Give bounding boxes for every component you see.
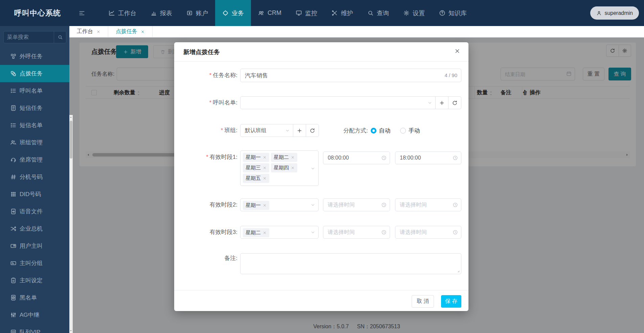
period1-end-input[interactable] (395, 152, 461, 164)
refresh-team-button[interactable] (306, 124, 319, 137)
sidebar-item-label: 外呼任务 (20, 52, 43, 60)
period3-label: 有效时段3: (174, 226, 237, 239)
sidebar-item-label: 黑名单 (20, 294, 37, 302)
day-tag-label: 星期一 (246, 154, 261, 161)
tag-remove-icon[interactable] (263, 176, 267, 180)
tag-remove-icon[interactable] (291, 156, 295, 159)
tag-remove-icon[interactable] (263, 231, 267, 235)
add-team-button[interactable] (293, 124, 306, 137)
nav-item-label: 查询 (377, 9, 389, 17)
crm-icon (258, 10, 264, 16)
period1-days-select[interactable]: 星期一 星期二 星期三 星期四 (240, 150, 319, 186)
scrollbar-thumb[interactable] (70, 121, 72, 159)
nav-item[interactable]: 维护 (324, 0, 360, 26)
nav-item[interactable]: 查询 (360, 0, 396, 26)
report-icon (151, 10, 157, 16)
sidebar-item[interactable]: 短信任务 (0, 99, 69, 117)
nav-item[interactable]: 知识库 (432, 0, 474, 26)
assign-mode-radio[interactable]: 手动 (400, 127, 420, 135)
period3-end-input[interactable] (395, 226, 461, 238)
sidebar-item[interactable]: 短信名单 (0, 117, 69, 134)
nav-item[interactable]: 账户 (179, 0, 215, 26)
sidebar-item[interactable]: AG中继 (0, 306, 69, 324)
user-menu[interactable]: superadmin (590, 6, 639, 20)
sidebar-item[interactable]: DID号码 (0, 186, 69, 203)
sidebar-item[interactable]: 分机号码 (0, 168, 69, 186)
tag-remove-icon[interactable] (291, 166, 295, 170)
agent-icon (10, 157, 17, 163)
team-select[interactable]: 默认班组 (240, 124, 293, 137)
save-button[interactable]: 保 存 (441, 295, 461, 308)
tag-remove-icon[interactable] (263, 166, 267, 170)
sidebar-item[interactable]: 企业总机 (0, 220, 69, 237)
period3-start-input[interactable] (323, 226, 390, 238)
tab-close-icon[interactable] (141, 30, 145, 34)
nav-item-label: 监控 (305, 9, 317, 17)
sidebar-item[interactable]: 用户主叫 (0, 237, 69, 255)
scroll-down-icon[interactable] (69, 329, 73, 332)
call-list-icon (10, 88, 17, 94)
period1-label: 有效时段1: (174, 150, 237, 164)
modal-footer: 取 消 保 存 (174, 290, 468, 311)
menu-collapse-icon[interactable] (78, 10, 85, 17)
sidebar-item[interactable]: 黑名单 (0, 289, 69, 306)
scroll-up-icon[interactable] (69, 116, 73, 119)
plus-icon (297, 128, 302, 134)
menu-search-button[interactable] (54, 31, 66, 43)
sidebar-scrollbar[interactable] (69, 115, 73, 333)
radio-dot (371, 128, 376, 134)
remark-textarea[interactable] (240, 253, 461, 274)
refresh-call-list-button[interactable] (448, 97, 461, 109)
sidebar-item-label: 短信任务 (20, 104, 43, 112)
sidebar-item[interactable]: 队列VIP (0, 324, 69, 333)
sidebar-item[interactable]: 主叫设定 (0, 272, 69, 289)
cancel-button[interactable]: 取 消 (412, 295, 434, 308)
task-name-label: 任务名称: (174, 69, 237, 82)
app-title: 呼叫中心系统 (14, 8, 61, 18)
nav-item[interactable]: 设置 (396, 0, 432, 26)
add-call-list-button[interactable] (435, 97, 448, 109)
top-navbar: 呼叫中心系统 工作台 报表 账户 (0, 0, 644, 26)
chevron-down-icon (285, 128, 290, 133)
day-tag-label: 星期一 (246, 202, 261, 209)
nav-item-label: 维护 (341, 9, 353, 17)
tab[interactable]: 工作台 (69, 26, 108, 37)
period1-start-input[interactable] (323, 152, 390, 164)
tab[interactable]: 点拨任务 (108, 26, 153, 37)
period3-days-select[interactable]: 星期二 (240, 226, 319, 239)
sidebar-item[interactable]: 坐席管理 (0, 151, 69, 168)
sidebar-item[interactable]: 语音文件 (0, 203, 69, 220)
task-name-input[interactable] (240, 69, 461, 82)
nav-item[interactable]: 业务 (215, 0, 251, 26)
modal-close-icon[interactable] (454, 48, 460, 54)
tag-remove-icon[interactable] (263, 156, 267, 159)
modal-header: 新增点拨任务 (174, 42, 468, 62)
menu-search-input[interactable] (4, 31, 54, 43)
tag-remove-icon[interactable] (263, 204, 267, 207)
workbench-icon (109, 10, 115, 16)
nav-item[interactable]: 监控 (289, 0, 324, 26)
username: superadmin (604, 10, 633, 16)
period2-end-input[interactable] (395, 199, 461, 211)
period2-start-input[interactable] (323, 199, 390, 211)
day-tag: 星期二 (271, 153, 297, 162)
sidebar: 外呼任务 点拨任务 呼叫名单 短信任务 (0, 26, 69, 333)
call-list-select[interactable] (240, 97, 435, 109)
sidebar-item[interactable]: 班组管理 (0, 134, 69, 151)
user-icon (596, 10, 602, 16)
tab-close-icon[interactable] (96, 30, 100, 34)
business-icon (222, 10, 229, 16)
period2-days-select[interactable]: 星期一 (240, 198, 319, 211)
nav-item[interactable]: 工作台 (101, 0, 143, 26)
maintain-icon (331, 10, 338, 16)
team-label: 班组: (174, 124, 237, 137)
nav-item[interactable]: CRM (251, 0, 289, 26)
sidebar-item[interactable]: 主叫分组 (0, 255, 69, 272)
dial-task-icon (10, 70, 17, 77)
assign-mode-radio[interactable]: 自动 (371, 127, 391, 135)
nav-item[interactable]: 报表 (143, 0, 179, 26)
sidebar-item[interactable]: 呼叫名单 (0, 82, 69, 99)
sidebar-item[interactable]: 点拨任务 (0, 65, 69, 82)
sidebar-item[interactable]: 外呼任务 (0, 48, 69, 65)
caller-group-icon (10, 260, 17, 266)
